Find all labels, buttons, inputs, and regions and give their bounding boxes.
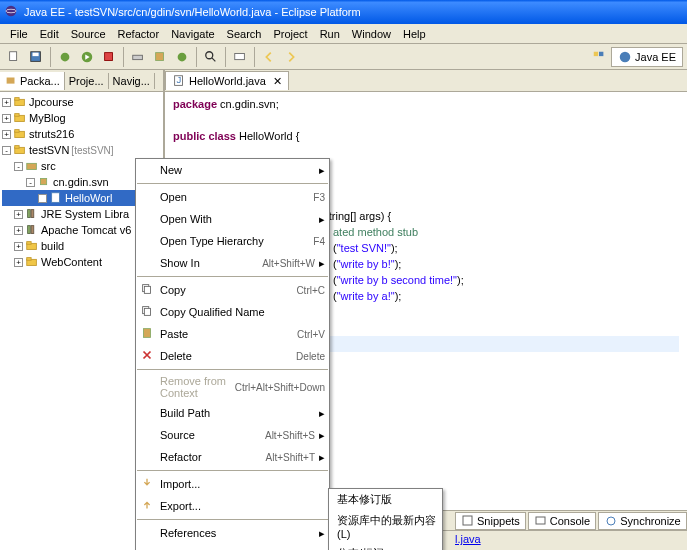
blank-icon	[140, 211, 156, 227]
ctx-refactor[interactable]: RefactorAlt+Shift+T▸	[136, 446, 329, 468]
toggle-icon[interactable]	[230, 47, 250, 67]
tree-item[interactable]: +Jpcourse	[2, 94, 161, 110]
submenu-item[interactable]: 分支/标记...	[329, 543, 442, 550]
ctx-open[interactable]: OpenF3	[136, 186, 329, 208]
svg-rect-28	[52, 193, 60, 203]
svg-point-5	[61, 52, 70, 61]
sync-icon	[604, 514, 618, 528]
ctx-show-in[interactable]: Show InAlt+Shift+W▸	[136, 252, 329, 274]
tab-package-explorer[interactable]: Packa...	[0, 72, 65, 90]
editor-tab-helloworld[interactable]: J HelloWorld.java ✕	[165, 71, 289, 90]
blank-icon	[140, 255, 156, 271]
tree-label: WebContent	[41, 256, 102, 268]
tab-navigator[interactable]: Navig...	[109, 73, 155, 89]
tree-item[interactable]: +struts216	[2, 126, 161, 142]
globe-icon	[618, 50, 632, 64]
ctx-import-[interactable]: Import...	[136, 473, 329, 495]
tab-synchronize[interactable]: Synchronize	[598, 512, 687, 530]
svg-rect-23	[15, 130, 19, 133]
tab-snippets[interactable]: Snippets	[455, 512, 526, 530]
chevron-right-icon: ▸	[319, 451, 325, 464]
new-pkg-icon[interactable]	[150, 47, 170, 67]
window-title: Java EE - testSVN/src/cn/gdin/svn/HelloW…	[24, 6, 361, 18]
copy-icon	[140, 282, 156, 298]
folder-icon	[13, 143, 27, 157]
nav-fwd-icon[interactable]	[281, 47, 301, 67]
chevron-right-icon: ▸	[319, 257, 325, 270]
svg-rect-36	[27, 258, 31, 261]
folder-icon	[25, 239, 39, 253]
menubar[interactable]: File Edit Source Refactor Navigate Searc…	[0, 24, 687, 44]
tree-label: MyBlog	[29, 112, 66, 124]
open-perspective-icon[interactable]	[589, 47, 609, 67]
expand-icon[interactable]: +	[14, 210, 23, 219]
menu-edit[interactable]: Edit	[34, 26, 65, 42]
console-link[interactable]: l.java	[455, 533, 481, 545]
svg-rect-13	[235, 53, 245, 59]
menu-search[interactable]: Search	[221, 26, 268, 42]
perspective-javaee[interactable]: Java EE	[611, 47, 683, 67]
ctx-paste[interactable]: PasteCtrl+V	[136, 323, 329, 345]
ctx-remove-from-context: Remove from ContextCtrl+Alt+Shift+Down	[136, 372, 329, 402]
expand-icon[interactable]: -	[26, 178, 35, 187]
expand-icon[interactable]: +	[38, 194, 47, 203]
tree-item[interactable]: +MyBlog	[2, 110, 161, 126]
menu-run[interactable]: Run	[314, 26, 346, 42]
menu-window[interactable]: Window	[346, 26, 397, 42]
close-icon[interactable]: ✕	[273, 75, 282, 88]
replace-with-submenu[interactable]: 基本修订版资源库中的最新内容(L)分支/标记...修订版(R)...Local …	[328, 488, 443, 550]
export-icon	[140, 498, 156, 514]
editor-tabs: J HelloWorld.java ✕	[165, 70, 687, 92]
menu-file[interactable]: File	[4, 26, 34, 42]
src-icon	[25, 159, 39, 173]
context-menu[interactable]: New▸OpenF3Open With▸Open Type HierarchyF…	[135, 158, 330, 550]
ctx-delete[interactable]: DeleteDelete	[136, 345, 329, 367]
search-icon[interactable]	[201, 47, 221, 67]
ctx-build-path[interactable]: Build Path▸	[136, 402, 329, 424]
ctx-open-type-hierarchy[interactable]: Open Type HierarchyF4	[136, 230, 329, 252]
eclipse-icon	[4, 4, 20, 20]
chevron-right-icon: ▸	[319, 527, 325, 540]
expand-icon[interactable]: +	[14, 258, 23, 267]
submenu-item[interactable]: 资源库中的最新内容(L)	[329, 510, 442, 543]
lib-icon	[25, 223, 39, 237]
lib-icon	[25, 207, 39, 221]
expand-icon[interactable]: +	[14, 226, 23, 235]
tree-item[interactable]: -testSVN [testSVN]	[2, 142, 161, 158]
ctx-copy[interactable]: CopyCtrl+C	[136, 279, 329, 301]
tree-label: Jpcourse	[29, 96, 74, 108]
expand-icon[interactable]: -	[2, 146, 11, 155]
expand-icon[interactable]: +	[2, 114, 11, 123]
new-icon[interactable]	[4, 47, 24, 67]
save-icon[interactable]	[26, 47, 46, 67]
submenu-item[interactable]: 基本修订版	[329, 489, 442, 510]
debug-icon[interactable]	[55, 47, 75, 67]
ctx-copy-qualified-name[interactable]: Copy Qualified Name	[136, 301, 329, 323]
expand-icon[interactable]: +	[2, 98, 11, 107]
tab-project-explorer[interactable]: Proje...	[65, 73, 109, 89]
expand-icon[interactable]: -	[14, 162, 23, 171]
ctx-new[interactable]: New▸	[136, 159, 329, 181]
menu-source[interactable]: Source	[65, 26, 112, 42]
ctx-declarations[interactable]: Declarations▸	[136, 544, 329, 550]
menu-navigate[interactable]: Navigate	[165, 26, 220, 42]
ctx-export-[interactable]: Export...	[136, 495, 329, 517]
run-ext-icon[interactable]	[99, 47, 119, 67]
new-server-icon[interactable]	[128, 47, 148, 67]
svg-rect-29	[28, 210, 31, 218]
run-icon[interactable]	[77, 47, 97, 67]
copy-icon	[140, 304, 156, 320]
ctx-references[interactable]: References▸	[136, 522, 329, 544]
new-type-icon[interactable]	[172, 47, 192, 67]
menu-project[interactable]: Project	[267, 26, 313, 42]
nav-back-icon[interactable]	[259, 47, 279, 67]
expand-icon[interactable]: +	[14, 242, 23, 251]
expand-icon[interactable]: +	[2, 130, 11, 139]
menu-refactor[interactable]: Refactor	[112, 26, 166, 42]
menu-help[interactable]: Help	[397, 26, 432, 42]
svg-text:J: J	[176, 74, 181, 85]
tab-console[interactable]: Console	[528, 512, 596, 530]
ctx-source[interactable]: SourceAlt+Shift+S▸	[136, 424, 329, 446]
paste-icon	[140, 326, 156, 342]
ctx-open-with[interactable]: Open With▸	[136, 208, 329, 230]
